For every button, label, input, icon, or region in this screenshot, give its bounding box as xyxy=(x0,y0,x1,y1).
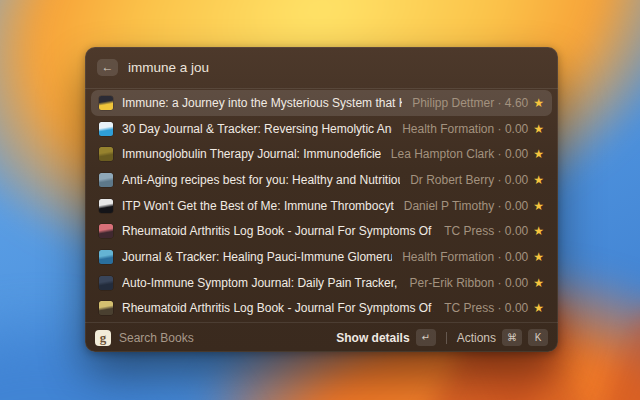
actions-label: Actions xyxy=(457,331,496,345)
result-row[interactable]: Journal & Tracker: Healing Pauci-Immune … xyxy=(91,244,552,270)
footer-command-label: Search Books xyxy=(119,331,194,345)
book-author-rating: Health Formation · 0.00 xyxy=(402,250,528,264)
book-title: Anti-Aging recipes best for you: Healthy… xyxy=(122,173,400,187)
footer-divider xyxy=(446,332,447,344)
search-bar: ← xyxy=(85,47,558,88)
star-icon: ★ xyxy=(533,147,544,161)
search-input[interactable] xyxy=(128,60,546,75)
book-cover-icon xyxy=(99,96,113,110)
book-cover-icon xyxy=(99,250,113,264)
result-row[interactable]: Immunoglobulin Therapy Journal: Immunode… xyxy=(91,141,552,167)
book-author-rating: Per-Erik Ribbon · 0.00 xyxy=(410,276,529,290)
command-key-icon: ⌘ xyxy=(502,329,522,346)
book-title: Journal & Tracker: Healing Pauci-Immune … xyxy=(122,250,392,264)
book-author-rating: Daniel P Timothy · 0.00 xyxy=(404,199,529,213)
wallpaper-streak xyxy=(556,296,640,400)
book-cover-icon xyxy=(99,122,113,136)
actions-button[interactable]: Actions ⌘ K xyxy=(457,329,548,346)
book-author-rating: Dr Robert Berry · 0.00 xyxy=(410,173,528,187)
star-icon: ★ xyxy=(533,276,544,290)
star-icon: ★ xyxy=(533,122,544,136)
star-icon: ★ xyxy=(533,199,544,213)
result-row[interactable]: ITP Won't Get the Best of Me: Immune Thr… xyxy=(91,193,552,219)
book-title: Rheumatoid Arthritis Log Book - Journal … xyxy=(122,224,434,238)
book-author-rating: Lea Hampton Clark · 0.00 xyxy=(391,147,528,161)
result-row[interactable]: 30 Day Journal & Tracker: Reversing Hemo… xyxy=(91,116,552,142)
result-row[interactable]: Rheumatoid Arthritis Log Book - Journal … xyxy=(91,295,552,321)
book-cover-icon xyxy=(99,301,113,315)
book-author-rating: Health Formation · 0.00 xyxy=(402,122,528,136)
show-details-label: Show details xyxy=(336,331,409,345)
footer-bar: g Search Books Show details ↵ Actions ⌘ … xyxy=(85,323,558,352)
book-title: ITP Won't Get the Best of Me: Immune Thr… xyxy=(122,199,394,213)
result-row[interactable]: Auto-Immune Symptom Journal: Daily Pain … xyxy=(91,270,552,296)
book-cover-icon xyxy=(99,224,113,238)
footer-actions: Show details ↵ Actions ⌘ K xyxy=(336,329,548,346)
star-icon: ★ xyxy=(533,96,544,110)
k-key-icon: K xyxy=(528,329,548,346)
book-title: Auto-Immune Symptom Journal: Daily Pain … xyxy=(122,276,400,290)
goodreads-app-icon: g xyxy=(95,330,111,346)
result-row[interactable]: Immune: a Journey into the Mysterious Sy… xyxy=(91,90,552,116)
book-cover-icon xyxy=(99,199,113,213)
result-row[interactable]: Rheumatoid Arthritis Log Book - Journal … xyxy=(91,218,552,244)
star-icon: ★ xyxy=(533,224,544,238)
star-icon: ★ xyxy=(533,250,544,264)
result-row[interactable]: Anti-Aging recipes best for you: Healthy… xyxy=(91,167,552,193)
book-title: Rheumatoid Arthritis Log Book - Journal … xyxy=(122,301,434,315)
show-details-button[interactable]: Show details ↵ xyxy=(336,329,435,346)
star-icon: ★ xyxy=(533,301,544,315)
search-results-list: Immune: a Journey into the Mysterious Sy… xyxy=(85,89,558,322)
return-key-icon: ↵ xyxy=(416,329,436,346)
book-title: 30 Day Journal & Tracker: Reversing Hemo… xyxy=(122,122,392,136)
launcher-window: ← Immune: a Journey into the Mysterious … xyxy=(85,47,558,352)
book-cover-icon xyxy=(99,276,113,290)
book-title: Immune: a Journey into the Mysterious Sy… xyxy=(122,96,402,110)
star-icon: ★ xyxy=(533,173,544,187)
book-title: Immunoglobulin Therapy Journal: Immunode… xyxy=(122,147,381,161)
book-author-rating: Philipp Dettmer · 4.60 xyxy=(412,96,528,110)
book-cover-icon xyxy=(99,173,113,187)
book-author-rating: TC Press · 0.00 xyxy=(444,224,528,238)
back-button[interactable]: ← xyxy=(97,59,118,76)
book-author-rating: TC Press · 0.00 xyxy=(444,301,528,315)
book-cover-icon xyxy=(99,147,113,161)
